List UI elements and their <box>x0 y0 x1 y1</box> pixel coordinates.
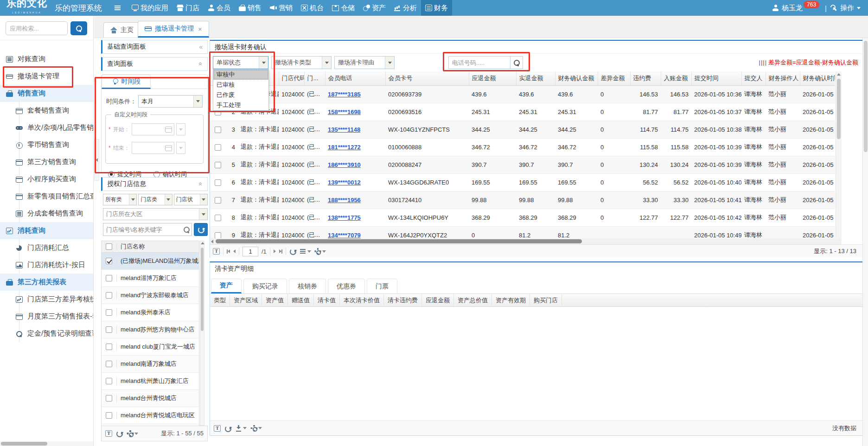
column-header[interactable]: 会员卡号 <box>385 71 469 85</box>
store-list-row[interactable]: meland台州青悦城店 <box>102 390 199 407</box>
dropdown-arrow-icon[interactable] <box>259 57 268 69</box>
detail-tab[interactable]: 资产 <box>211 279 242 293</box>
collapse-up-icon[interactable]: « <box>198 182 204 186</box>
dropdown-arrow-icon[interactable] <box>193 96 202 107</box>
sidebar-menu-item[interactable]: 门店消耗汇总 <box>0 239 93 256</box>
topbar-menu-item[interactable]: 营销 <box>266 0 297 16</box>
store-checkbox[interactable] <box>106 361 112 367</box>
dropdown-arrow-icon[interactable] <box>385 57 394 69</box>
column-header[interactable]: 提交时间 <box>691 71 741 85</box>
store-list-row[interactable]: meland南通万象城店 <box>102 356 199 373</box>
column-header[interactable]: 入账金额 <box>661 71 691 85</box>
sidebar-menu-item[interactable]: 月度第三方销售报表-套餐 <box>0 308 93 325</box>
sidebar-menu-item[interactable]: 第三方销售查询 <box>0 153 93 171</box>
store-filter-select[interactable]: 门店状 <box>174 194 208 205</box>
column-header[interactable]: 财务确认时间 <box>800 71 835 85</box>
store-list-row[interactable]: (已撤场)MELAND温州万象城店 <box>102 253 199 270</box>
column-header[interactable]: 会员电话 <box>325 71 385 85</box>
status-dropdown-option[interactable]: 已审核 <box>213 80 268 90</box>
sidebar-menu-item[interactable]: 门店第三方差异考核统计 <box>0 291 93 308</box>
status-dropdown-option[interactable]: 手工处理 <box>213 100 268 110</box>
detail-column-header[interactable]: 清卡违约费 <box>384 294 422 306</box>
tab-time-range[interactable]: 时间段 <box>102 75 151 89</box>
member-phone-link[interactable]: 158****1698 <box>328 108 361 115</box>
store-checkbox[interactable] <box>106 326 112 333</box>
detail-column-header[interactable]: 购买门店 <box>530 294 562 306</box>
dropdown-arrow-icon[interactable] <box>165 194 172 205</box>
scroll-left-icon[interactable] <box>211 240 213 243</box>
detail-column-header[interactable]: 资产总价值 <box>454 294 492 306</box>
text-size-icon[interactable] <box>214 425 221 432</box>
refresh-icon[interactable] <box>224 425 231 432</box>
store-checkbox[interactable] <box>106 378 112 384</box>
start-date-input[interactable] <box>132 123 174 135</box>
member-phone-link[interactable]: 138****1775 <box>328 214 361 221</box>
member-phone-link[interactable]: 135****1148 <box>328 126 360 133</box>
chevron-down-icon[interactable] <box>857 7 861 11</box>
member-phone-link[interactable]: 187****3185 <box>328 91 361 98</box>
sidebar-menu-item[interactable]: 单次/杂项/礼品零售销售 <box>0 119 93 136</box>
phone-search-input[interactable] <box>448 56 511 69</box>
column-header[interactable]: 提交人 <box>741 71 766 85</box>
detail-column-header[interactable]: 类型 <box>210 294 230 306</box>
store-list-row[interactable]: meland club厦门宝龙一城店 <box>102 338 199 356</box>
store-filter-select[interactable]: 所有类 <box>103 194 137 205</box>
tab-card-refund-management[interactable]: 撤场退卡管理 <box>138 21 209 38</box>
time-condition-select[interactable]: 本月 <box>138 95 203 108</box>
refresh-icon[interactable] <box>289 248 296 255</box>
row-checkbox[interactable] <box>215 144 221 151</box>
sidebar-menu-item[interactable]: 新零售项目销售汇总查询 <box>0 188 93 205</box>
member-phone-link[interactable]: 181****1272 <box>328 144 361 151</box>
store-list-row[interactable]: meland淄博万象汇店 <box>102 270 199 287</box>
store-filter-select[interactable]: 门店类 <box>138 194 172 205</box>
column-header[interactable]: 实退金额 <box>516 71 555 85</box>
sidebar-menu-item[interactable]: 撤场退卡管理 <box>0 68 93 85</box>
detail-tab[interactable]: 优惠券 <box>328 279 365 293</box>
next-page-button[interactable] <box>274 249 276 253</box>
row-checkbox[interactable] <box>215 127 221 133</box>
settings-icon[interactable] <box>127 430 138 437</box>
sidebar-menu-item[interactable]: 销售查询 <box>0 85 93 102</box>
member-phone-link[interactable]: 139****0012 <box>328 179 361 186</box>
store-checkbox[interactable] <box>106 275 112 281</box>
scroll-up-icon[interactable] <box>837 73 841 76</box>
start-time-select[interactable] <box>176 123 185 135</box>
table-horizontal-scrollbar[interactable] <box>210 238 842 244</box>
sidebar-menu-item[interactable]: 消耗查询 <box>0 222 93 239</box>
column-header[interactable]: 门店代码 <box>279 71 304 85</box>
topbar-menu-item[interactable]: 会员 <box>204 0 235 16</box>
row-checkbox[interactable] <box>215 179 221 186</box>
dropdown-arrow-icon[interactable] <box>322 57 331 69</box>
column-header[interactable]: 财务操作人 <box>766 71 800 85</box>
finance-table-row[interactable]: 8 退款：清卡退款 10240001 (已... 138****1775 WX-… <box>210 209 835 226</box>
finance-table-row[interactable]: 5 退款：清卡退款 10240001 (已... 186****3910 020… <box>210 156 835 173</box>
finance-table-row[interactable]: 6 退款：清卡退款 10240001 (已... 139****0012 WX-… <box>210 173 835 191</box>
clear-card-reason-select[interactable]: 撤场清卡理由 <box>334 56 395 69</box>
store-checkbox[interactable] <box>106 292 112 299</box>
topbar-menu-item[interactable]: 销售 <box>235 0 266 16</box>
close-icon[interactable] <box>198 25 202 32</box>
sidebar-menu-item[interactable]: 小程序购买查询 <box>0 171 93 188</box>
store-list-row[interactable]: meland苏州悠方购物中心店 <box>102 321 199 338</box>
detail-tab[interactable]: 核销券 <box>289 279 326 293</box>
detail-column-header[interactable]: 本次清卡价值 <box>340 294 384 306</box>
dropdown-arrow-icon[interactable] <box>199 209 207 220</box>
column-header[interactable]: 应退金额 <box>469 71 516 85</box>
first-page-button[interactable] <box>227 249 230 254</box>
table-vertical-scrollbar[interactable] <box>836 71 842 238</box>
settings-button[interactable] <box>250 425 262 432</box>
sidebar-menu-item[interactable]: 定金/预售记录明细查询 <box>0 325 93 342</box>
status-dropdown-option[interactable]: 审核中 <box>213 70 268 80</box>
detail-column-header[interactable]: 资产有效期 <box>492 294 530 306</box>
row-checkbox[interactable] <box>215 215 221 221</box>
status-dropdown-option[interactable]: 已作废 <box>213 90 268 100</box>
member-phone-link[interactable]: 188****1956 <box>328 197 361 204</box>
prev-page-button[interactable] <box>233 249 236 253</box>
store-checkbox[interactable] <box>106 309 112 316</box>
sidebar-menu-item[interactable]: 对账查询 <box>0 51 93 68</box>
topbar-menu-item[interactable]: 财务 <box>421 0 452 16</box>
store-checkbox[interactable] <box>106 412 112 419</box>
notification-badge[interactable]: 763 <box>804 1 819 8</box>
member-phone-link[interactable]: 186****3910 <box>328 161 361 168</box>
finance-table-row[interactable]: 1 退款：清卡退款 10240001 (已... 187****3185 020… <box>210 85 835 103</box>
